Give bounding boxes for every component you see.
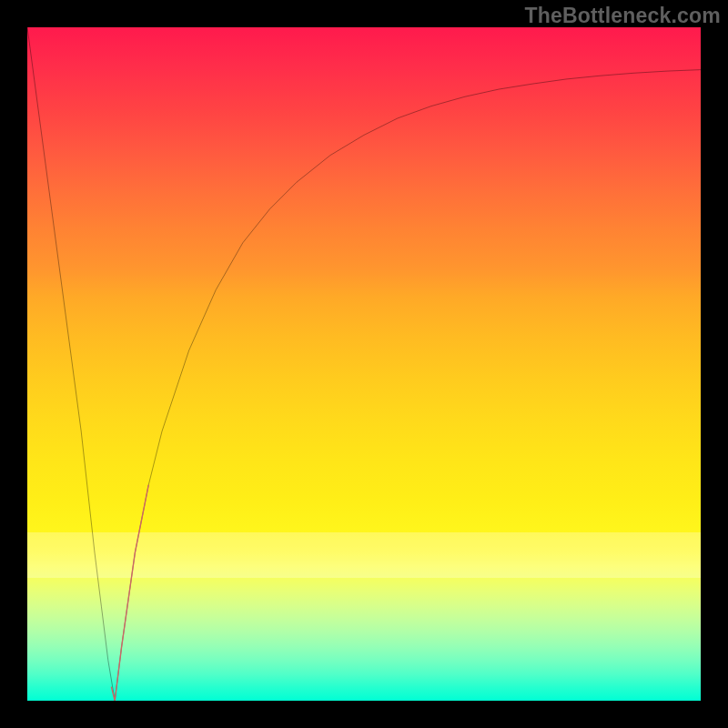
chart-frame: TheBottleneck.com [0, 0, 728, 728]
highlight-segment [112, 485, 149, 701]
bottleneck-curve-right [115, 70, 701, 701]
watermark-text: TheBottleneck.com [524, 4, 721, 28]
bottleneck-curve-left [27, 27, 115, 701]
plot-area [27, 27, 701, 701]
curve-layer [27, 27, 701, 701]
